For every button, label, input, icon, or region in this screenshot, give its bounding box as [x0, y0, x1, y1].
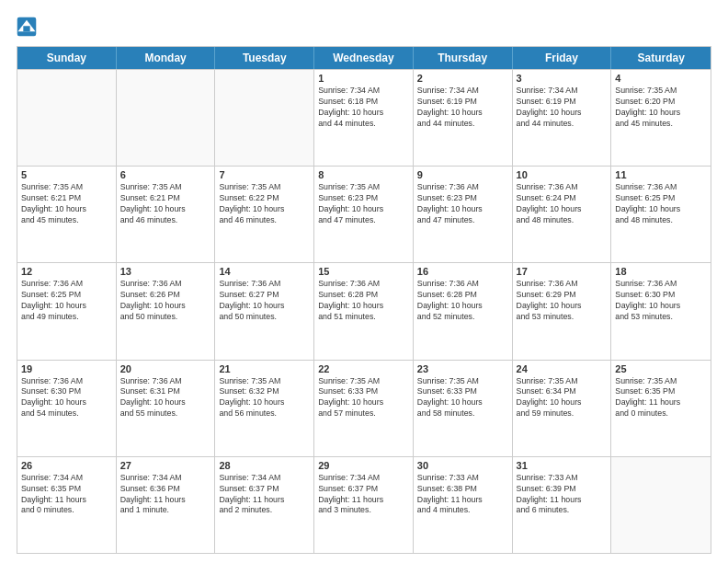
day-info: Sunrise: 7:36 AM Sunset: 6:25 PM Dayligh…	[21, 279, 112, 323]
day-number: 1	[318, 73, 409, 84]
header-cell-thursday: Thursday	[414, 47, 513, 69]
day-cell-26: 26Sunrise: 7:34 AM Sunset: 6:35 PM Dayli…	[17, 457, 117, 553]
day-number: 22	[318, 363, 409, 374]
day-number: 23	[417, 363, 508, 374]
empty-cell-0-1	[117, 70, 216, 166]
day-info: Sunrise: 7:35 AM Sunset: 6:35 PM Dayligh…	[615, 376, 707, 420]
header-cell-wednesday: Wednesday	[314, 47, 414, 69]
day-cell-5: 5Sunrise: 7:35 AM Sunset: 6:21 PM Daylig…	[17, 167, 117, 262]
day-info: Sunrise: 7:36 AM Sunset: 6:27 PM Dayligh…	[219, 279, 310, 323]
day-info: Sunrise: 7:36 AM Sunset: 6:31 PM Dayligh…	[120, 376, 211, 420]
day-number: 16	[417, 266, 508, 277]
day-info: Sunrise: 7:35 AM Sunset: 6:20 PM Dayligh…	[615, 86, 707, 130]
day-info: Sunrise: 7:33 AM Sunset: 6:38 PM Dayligh…	[417, 473, 508, 517]
day-number: 21	[219, 363, 310, 374]
calendar: SundayMondayTuesdayWednesdayThursdayFrid…	[17, 46, 711, 554]
day-info: Sunrise: 7:34 AM Sunset: 6:19 PM Dayligh…	[417, 86, 508, 130]
day-info: Sunrise: 7:35 AM Sunset: 6:22 PM Dayligh…	[219, 182, 310, 226]
day-cell-19: 19Sunrise: 7:36 AM Sunset: 6:30 PM Dayli…	[17, 361, 117, 456]
day-number: 6	[120, 169, 211, 180]
page-header	[17, 17, 711, 37]
logo	[17, 17, 40, 37]
day-cell-10: 10Sunrise: 7:36 AM Sunset: 6:24 PM Dayli…	[513, 167, 612, 262]
day-info: Sunrise: 7:36 AM Sunset: 6:23 PM Dayligh…	[417, 182, 508, 226]
day-info: Sunrise: 7:34 AM Sunset: 6:35 PM Dayligh…	[21, 473, 112, 517]
day-info: Sunrise: 7:35 AM Sunset: 6:34 PM Dayligh…	[517, 376, 608, 420]
day-cell-31: 31Sunrise: 7:33 AM Sunset: 6:39 PM Dayli…	[513, 457, 612, 553]
calendar-row-4: 26Sunrise: 7:34 AM Sunset: 6:35 PM Dayli…	[17, 456, 711, 553]
day-cell-29: 29Sunrise: 7:34 AM Sunset: 6:37 PM Dayli…	[314, 457, 414, 553]
day-number: 5	[21, 169, 112, 180]
day-number: 14	[219, 266, 310, 277]
day-info: Sunrise: 7:36 AM Sunset: 6:28 PM Dayligh…	[417, 279, 508, 323]
day-cell-27: 27Sunrise: 7:34 AM Sunset: 6:36 PM Dayli…	[117, 457, 216, 553]
day-info: Sunrise: 7:36 AM Sunset: 6:26 PM Dayligh…	[120, 279, 211, 323]
day-number: 17	[517, 266, 608, 277]
day-info: Sunrise: 7:35 AM Sunset: 6:33 PM Dayligh…	[417, 376, 508, 420]
calendar-header-row: SundayMondayTuesdayWednesdayThursdayFrid…	[17, 47, 711, 69]
header-cell-monday: Monday	[117, 47, 216, 69]
day-info: Sunrise: 7:36 AM Sunset: 6:28 PM Dayligh…	[318, 279, 409, 323]
day-cell-21: 21Sunrise: 7:35 AM Sunset: 6:32 PM Dayli…	[215, 361, 314, 456]
header-cell-sunday: Sunday	[17, 47, 117, 69]
day-info: Sunrise: 7:34 AM Sunset: 6:18 PM Dayligh…	[318, 86, 409, 130]
day-number: 18	[615, 266, 707, 277]
day-cell-3: 3Sunrise: 7:34 AM Sunset: 6:19 PM Daylig…	[513, 70, 612, 166]
day-number: 8	[318, 169, 409, 180]
day-number: 2	[417, 73, 508, 84]
day-number: 24	[517, 363, 608, 374]
day-number: 15	[318, 266, 409, 277]
day-cell-28: 28Sunrise: 7:34 AM Sunset: 6:37 PM Dayli…	[215, 457, 314, 553]
day-number: 3	[517, 73, 608, 84]
day-cell-23: 23Sunrise: 7:35 AM Sunset: 6:33 PM Dayli…	[414, 361, 513, 456]
day-cell-16: 16Sunrise: 7:36 AM Sunset: 6:28 PM Dayli…	[414, 263, 513, 359]
day-info: Sunrise: 7:35 AM Sunset: 6:23 PM Dayligh…	[318, 182, 409, 226]
logo-icon	[17, 17, 37, 37]
day-cell-2: 2Sunrise: 7:34 AM Sunset: 6:19 PM Daylig…	[414, 70, 513, 166]
day-info: Sunrise: 7:36 AM Sunset: 6:25 PM Dayligh…	[615, 182, 707, 226]
day-cell-14: 14Sunrise: 7:36 AM Sunset: 6:27 PM Dayli…	[215, 263, 314, 359]
day-number: 20	[120, 363, 211, 374]
header-cell-tuesday: Tuesday	[215, 47, 314, 69]
day-number: 10	[517, 169, 608, 180]
day-cell-24: 24Sunrise: 7:35 AM Sunset: 6:34 PM Dayli…	[513, 361, 612, 456]
day-info: Sunrise: 7:35 AM Sunset: 6:21 PM Dayligh…	[120, 182, 211, 226]
day-info: Sunrise: 7:36 AM Sunset: 6:29 PM Dayligh…	[517, 279, 608, 323]
day-number: 19	[21, 363, 112, 374]
day-info: Sunrise: 7:34 AM Sunset: 6:37 PM Dayligh…	[318, 473, 409, 517]
day-number: 31	[517, 460, 608, 471]
day-info: Sunrise: 7:35 AM Sunset: 6:33 PM Dayligh…	[318, 376, 409, 420]
day-info: Sunrise: 7:35 AM Sunset: 6:21 PM Dayligh…	[21, 182, 112, 226]
day-info: Sunrise: 7:35 AM Sunset: 6:32 PM Dayligh…	[219, 376, 310, 420]
day-cell-7: 7Sunrise: 7:35 AM Sunset: 6:22 PM Daylig…	[215, 167, 314, 262]
empty-cell-4-6	[611, 457, 711, 553]
day-info: Sunrise: 7:33 AM Sunset: 6:39 PM Dayligh…	[517, 473, 608, 517]
day-cell-11: 11Sunrise: 7:36 AM Sunset: 6:25 PM Dayli…	[611, 167, 711, 262]
day-info: Sunrise: 7:36 AM Sunset: 6:24 PM Dayligh…	[517, 182, 608, 226]
day-info: Sunrise: 7:36 AM Sunset: 6:30 PM Dayligh…	[21, 376, 112, 420]
day-info: Sunrise: 7:34 AM Sunset: 6:19 PM Dayligh…	[517, 86, 608, 130]
day-cell-20: 20Sunrise: 7:36 AM Sunset: 6:31 PM Dayli…	[117, 361, 216, 456]
day-info: Sunrise: 7:34 AM Sunset: 6:36 PM Dayligh…	[120, 473, 211, 517]
day-number: 26	[21, 460, 112, 471]
calendar-body: 1Sunrise: 7:34 AM Sunset: 6:18 PM Daylig…	[17, 69, 711, 553]
day-info: Sunrise: 7:34 AM Sunset: 6:37 PM Dayligh…	[219, 473, 310, 517]
day-number: 9	[417, 169, 508, 180]
day-cell-25: 25Sunrise: 7:35 AM Sunset: 6:35 PM Dayli…	[611, 361, 711, 456]
day-number: 28	[219, 460, 310, 471]
day-cell-4: 4Sunrise: 7:35 AM Sunset: 6:20 PM Daylig…	[611, 70, 711, 166]
empty-cell-0-0	[17, 70, 117, 166]
day-cell-6: 6Sunrise: 7:35 AM Sunset: 6:21 PM Daylig…	[117, 167, 216, 262]
day-number: 11	[615, 169, 707, 180]
day-number: 13	[120, 266, 211, 277]
day-cell-15: 15Sunrise: 7:36 AM Sunset: 6:28 PM Dayli…	[314, 263, 414, 359]
calendar-row-3: 19Sunrise: 7:36 AM Sunset: 6:30 PM Dayli…	[17, 360, 711, 456]
day-cell-12: 12Sunrise: 7:36 AM Sunset: 6:25 PM Dayli…	[17, 263, 117, 359]
day-cell-9: 9Sunrise: 7:36 AM Sunset: 6:23 PM Daylig…	[414, 167, 513, 262]
day-cell-17: 17Sunrise: 7:36 AM Sunset: 6:29 PM Dayli…	[513, 263, 612, 359]
day-number: 30	[417, 460, 508, 471]
empty-cell-0-2	[215, 70, 314, 166]
day-number: 29	[318, 460, 409, 471]
day-number: 4	[615, 73, 707, 84]
calendar-page: SundayMondayTuesdayWednesdayThursdayFrid…	[0, 0, 728, 563]
